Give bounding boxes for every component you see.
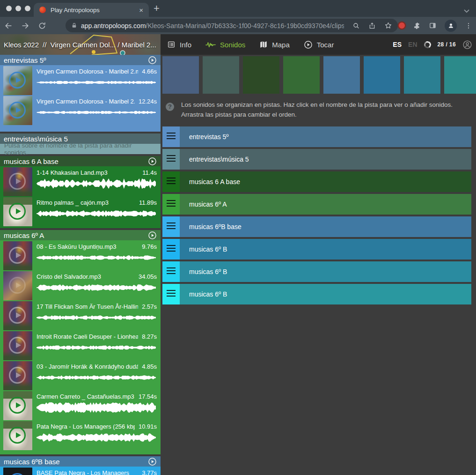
sidebar-track-header[interactable]: entrevistas\música 5 <box>0 134 161 144</box>
clip-item[interactable]: 17 Till Flickan Som Är Tusen År-Halling … <box>0 300 161 330</box>
clip-item[interactable]: Pata Negra - Los Managers (256 kbps).mp3… <box>0 420 161 450</box>
track-play-button[interactable] <box>148 457 157 466</box>
nav-tab-tocar[interactable]: Tocar <box>304 40 334 49</box>
clip-thumbnail[interactable] <box>3 361 32 390</box>
puzzle-extensions-icon[interactable] <box>413 22 421 30</box>
language-en-button[interactable]: EN <box>408 41 417 48</box>
breadcrumb[interactable]: Kleos 2022 // Virgen Carmen Dol... / Mar… <box>4 34 156 55</box>
sidebar-track-header[interactable]: entrevistas 5º <box>0 55 161 65</box>
breadcrumb-path[interactable]: Virgen Carmen Dol... / Maribel 2... <box>50 41 156 49</box>
clip-item[interactable]: Introit Rorate Caeli Desuper - Lionheart… <box>0 330 161 360</box>
clip-play-icon[interactable] <box>9 427 26 444</box>
reload-button[interactable] <box>34 21 51 30</box>
drag-handle[interactable] <box>162 194 180 215</box>
browser-menu-icon[interactable] <box>465 22 472 30</box>
sidebar-track-header[interactable]: musicas 6ºB base <box>0 456 161 467</box>
address-bar[interactable]: app.antropoloops.com /Kleos-Santa-Marina… <box>66 19 398 32</box>
track-row[interactable]: musicas 6º B <box>162 261 471 282</box>
drag-handle[interactable] <box>162 261 180 282</box>
sidebar-track-name[interactable]: musicas 6 A base <box>4 157 148 165</box>
track-row[interactable]: musicas 6 A base <box>162 171 471 192</box>
sidebar-track-name[interactable]: entrevistas 5º <box>4 56 148 64</box>
clip-item[interactable]: Carmen Carreto _ Castañuelas.mp317.54s <box>0 390 161 420</box>
drag-handle[interactable] <box>162 216 180 237</box>
clip-play-icon[interactable] <box>9 102 26 119</box>
track-row[interactable]: musicas 6º A <box>162 194 471 215</box>
breadcrumb-project[interactable]: Kleos 2022 <box>4 41 39 49</box>
clip-thumbnail[interactable] <box>3 241 32 270</box>
clip-play-icon[interactable] <box>9 247 26 264</box>
clip-play-icon[interactable] <box>9 72 26 89</box>
drag-handle[interactable] <box>162 284 180 304</box>
forward-button[interactable] <box>17 21 34 30</box>
clip-play-icon[interactable] <box>9 203 26 220</box>
track-play-button[interactable] <box>148 56 157 65</box>
track-row-name[interactable]: musicas 6º A <box>180 194 471 215</box>
track-row[interactable]: musicas 6ºB base <box>162 216 471 237</box>
track-row-name[interactable]: entrevistas 5º <box>180 126 471 147</box>
clip-thumbnail[interactable] <box>3 96 32 125</box>
tab-search-chevron-icon[interactable] <box>464 7 469 15</box>
clip-thumbnail[interactable] <box>3 197 32 226</box>
clip-item[interactable]: 1-14 Khakasian Land.mp311.4s <box>0 166 161 196</box>
clip-thumbnail[interactable] <box>3 421 32 450</box>
back-button[interactable] <box>0 21 17 30</box>
new-tab-button[interactable]: + <box>154 2 160 15</box>
track-row-name[interactable]: entrevistas\música 5 <box>180 149 471 170</box>
clip-play-icon[interactable] <box>9 337 26 354</box>
clip-item[interactable]: Virgen Carmen Dolorosa - Maribel 2.mp312… <box>0 95 161 125</box>
drag-handle[interactable] <box>162 239 180 260</box>
track-row-name[interactable]: musicas 6º B <box>180 261 471 282</box>
track-row-name[interactable]: musicas 6º B <box>180 284 471 304</box>
nav-tab-sonidos[interactable]: Sonidos <box>205 41 245 49</box>
clip-thumbnail[interactable] <box>3 271 32 300</box>
language-es-button[interactable]: ES <box>393 41 402 48</box>
clip-play-icon[interactable] <box>9 397 26 414</box>
clip-item[interactable]: Cristo del Salvador.mp334.05s <box>0 270 161 300</box>
track-row[interactable]: musicas 6º B <box>162 239 471 260</box>
lock-icon[interactable] <box>71 22 77 29</box>
clip-thumbnail[interactable] <box>3 301 32 330</box>
share-icon[interactable] <box>368 22 376 30</box>
split-view-icon[interactable] <box>429 22 437 30</box>
bookmark-star-icon[interactable] <box>384 22 392 30</box>
clip-play-icon[interactable] <box>9 307 26 324</box>
clip-item[interactable]: Ritmo palmas _ cajón.mp311.89s <box>0 196 161 226</box>
clip-thumbnail[interactable] <box>3 468 32 475</box>
clip-play-icon[interactable] <box>9 277 26 294</box>
clip-item[interactable]: 03 - Jaromír Horák & Konrádyho dudácká .… <box>0 360 161 390</box>
clip-play-icon[interactable] <box>9 173 26 190</box>
sidebar-track-name[interactable]: entrevistas\música 5 <box>4 135 157 143</box>
clip-thumbnail[interactable] <box>3 66 32 95</box>
track-play-button[interactable] <box>148 231 157 240</box>
tab-close-icon[interactable]: × <box>139 6 143 14</box>
track-row[interactable]: musicas 6º B <box>162 284 471 304</box>
browser-tab[interactable]: Play Antropoloops × <box>34 3 149 17</box>
browser-profile-avatar[interactable] <box>445 20 457 32</box>
track-row-name[interactable]: musicas 6ºB base <box>180 216 471 237</box>
track-row[interactable]: entrevistas\música 5 <box>162 149 471 170</box>
traffic-light-zoom-button[interactable] <box>25 6 30 11</box>
traffic-light-minimize-button[interactable] <box>15 6 21 11</box>
drag-handle[interactable] <box>162 171 180 192</box>
account-icon[interactable] <box>462 40 472 50</box>
drag-handle[interactable] <box>162 149 180 170</box>
track-row[interactable]: entrevistas 5º <box>162 126 471 147</box>
clip-play-icon[interactable] <box>9 473 26 475</box>
clip-thumbnail[interactable] <box>3 331 32 360</box>
drag-handle[interactable] <box>162 126 180 147</box>
track-row-name[interactable]: musicas 6 A base <box>180 171 471 192</box>
nav-tab-mapa[interactable]: Mapa <box>259 40 290 49</box>
sidebar-track-header[interactable]: musicas 6º A <box>0 230 161 240</box>
clip-item[interactable]: Virgen Carmen Dolorosa - Maribel 2.mp34.… <box>0 65 161 95</box>
track-play-button[interactable] <box>148 157 157 166</box>
track-row-name[interactable]: musicas 6º B <box>180 239 471 260</box>
clip-thumbnail[interactable] <box>3 167 32 196</box>
sidebar-track-name[interactable]: musicas 6ºB base <box>4 458 148 466</box>
clip-item[interactable]: BASE Pata Negra - Los Managers3.77s <box>0 467 161 475</box>
zoom-page-icon[interactable] <box>352 22 360 30</box>
recording-extension-icon[interactable] <box>399 22 405 29</box>
sidebar-track-header[interactable]: musicas 6 A base <box>0 156 161 166</box>
clip-thumbnail[interactable] <box>3 391 32 420</box>
traffic-light-close-button[interactable] <box>6 6 12 11</box>
